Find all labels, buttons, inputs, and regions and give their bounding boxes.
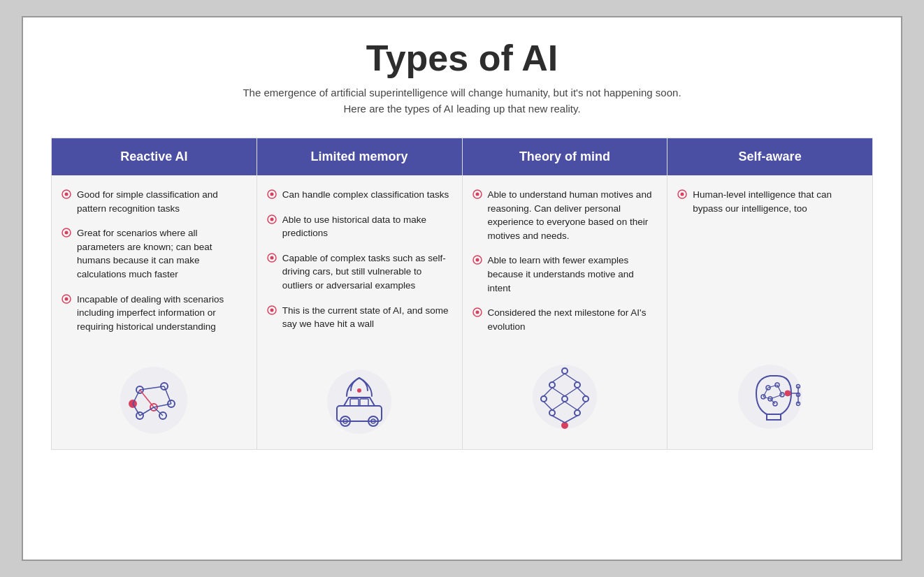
bullet-item: Able to understand human motives and rea…: [472, 188, 658, 242]
bullet-icon: [267, 253, 277, 263]
car-icon: [317, 365, 401, 435]
bullet-icon: [267, 189, 277, 199]
svg-point-23: [270, 193, 273, 196]
bullet-icon: [267, 305, 277, 315]
svg-point-5: [65, 297, 68, 300]
bullet-icon: [267, 214, 277, 224]
bullet-icon: [677, 189, 687, 199]
svg-point-27: [270, 256, 273, 259]
bullet-item: Capable of complex tasks such as self-dr…: [267, 251, 452, 293]
svg-point-68: [681, 193, 684, 196]
svg-point-25: [270, 217, 273, 221]
bullet-icon: [62, 294, 71, 304]
page-title: Types of AI: [51, 38, 873, 78]
bullet-icon: [62, 228, 71, 238]
subtitle-line1: The emergence of artificial superintelli…: [243, 87, 681, 98]
header-reactive-ai: Reactive AI: [52, 138, 257, 175]
body-self-aware: Human-level intelligence that can bypass…: [667, 175, 872, 351]
bullet-item: Human-level intelligence that can bypass…: [677, 188, 862, 215]
svg-point-44: [475, 311, 479, 314]
bullet-icon: [472, 307, 482, 317]
icon-area-reactive: [52, 358, 257, 449]
neural-icon: [530, 358, 600, 435]
column-limited-memory: Limited memory Can handle complex classi…: [257, 138, 463, 449]
icon-area-neural: [463, 351, 667, 449]
bullet-item: Able to use historical data to make pred…: [267, 213, 452, 240]
body-limited-memory: Can handle complex classification tasks …: [257, 175, 462, 358]
bullet-icon: [62, 189, 71, 199]
header-limited-memory: Limited memory: [257, 138, 462, 175]
subtitle-line2: Here are the types of AI leading up that…: [343, 103, 580, 115]
bullet-item: Considered the next milestone for AI's e…: [472, 306, 658, 333]
body-theory-of-mind: Able to understand human motives and rea…: [463, 175, 667, 351]
svg-point-40: [475, 193, 479, 196]
column-reactive-ai: Reactive AI Good for simple classificati…: [52, 138, 257, 449]
svg-point-54: [562, 423, 568, 428]
svg-point-3: [65, 231, 68, 235]
column-theory-of-mind: Theory of mind Able to understand human …: [463, 138, 668, 449]
body-reactive-ai: Good for simple classification and patte…: [52, 175, 257, 358]
subtitle: The emergence of artificial superintelli…: [51, 85, 873, 117]
page-container: Types of AI The emergence of artificial …: [22, 16, 902, 561]
columns-wrapper: Reactive AI Good for simple classificati…: [51, 138, 873, 450]
bullet-icon: [472, 189, 482, 199]
bullet-item: This is the current state of AI, and som…: [267, 304, 452, 331]
header-theory-of-mind: Theory of mind: [463, 138, 667, 175]
svg-point-42: [475, 258, 479, 262]
icon-area-car: [257, 358, 462, 449]
svg-point-29: [270, 308, 273, 312]
svg-point-31: [357, 388, 361, 393]
bullet-icon: [472, 255, 482, 265]
header-section: Types of AI The emergence of artificial …: [51, 38, 873, 117]
svg-point-1: [65, 193, 68, 196]
svg-point-6: [120, 367, 187, 434]
column-self-aware: Self-aware Human-level intelligence that…: [667, 138, 872, 449]
svg-point-83: [785, 390, 791, 396]
icon-area-head: [667, 351, 872, 449]
head-icon: [732, 358, 809, 435]
network-icon: [115, 365, 192, 435]
bullet-item: Great for scenarios where all parameters…: [62, 226, 247, 281]
bullet-item: Good for simple classification and patte…: [62, 188, 247, 215]
bullet-item: Can handle complex classification tasks: [267, 188, 452, 202]
svg-point-30: [327, 370, 391, 434]
header-self-aware: Self-aware: [667, 138, 872, 175]
bullet-item: Able to learn with fewer examples becaus…: [472, 254, 658, 295]
bullet-item: Incapable of dealing with scenarios incl…: [62, 293, 247, 334]
